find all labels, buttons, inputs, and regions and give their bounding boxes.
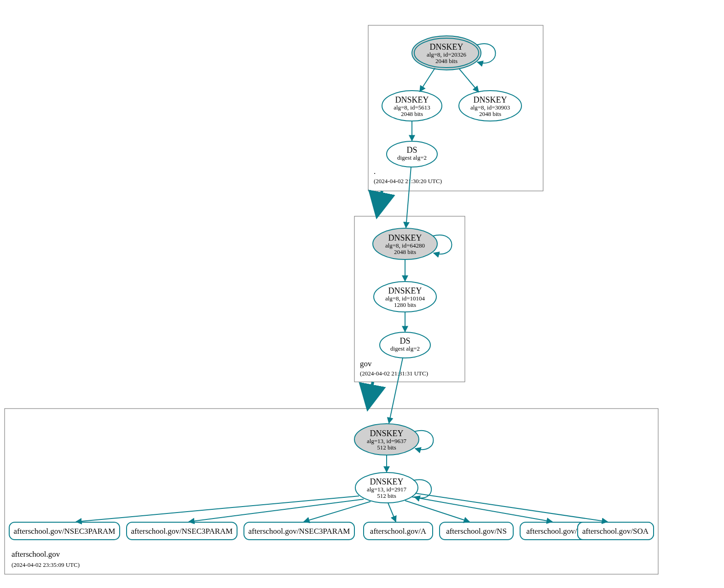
rr-nsec3param-2: afterschool.gov/NSEC3PARAM — [131, 527, 233, 536]
edge-zsk-r4 — [388, 503, 396, 522]
svg-text:DNSKEY: DNSKEY — [473, 95, 507, 104]
edge-zsk-r3 — [304, 502, 371, 522]
svg-text:alg=8, id=10104: alg=8, id=10104 — [385, 295, 425, 302]
zone-gov-time: (2024-04-02 21:31:31 UTC) — [360, 370, 428, 377]
svg-text:alg=8, id=5613: alg=8, id=5613 — [394, 104, 430, 111]
node-afterschool-ksk: DNSKEY alg=13, id=9637 512 bits — [354, 424, 419, 455]
edge-zsk-r7 — [415, 493, 608, 522]
node-afterschool-zsk: DNSKEY alg=13, id=2917 512 bits — [355, 473, 418, 503]
rr-nsec3param-3: afterschool.gov/NSEC3PARAM — [249, 527, 350, 536]
node-root-zsk: DNSKEY alg=8, id=5613 2048 bits — [382, 91, 442, 121]
svg-text:DNSKEY: DNSKEY — [370, 429, 403, 438]
svg-text:alg=13, id=9637: alg=13, id=9637 — [367, 438, 407, 444]
edge-zsk-r5 — [405, 501, 469, 522]
svg-text:afterschool.gov/SOA: afterschool.gov/SOA — [582, 527, 649, 536]
zone-afterschool-label: afterschool.gov — [12, 550, 60, 559]
node-root-ds: DS digest alg=2 — [387, 141, 437, 167]
dnssec-graph: . (2024-04-02 21:30:20 UTC) gov (2024-04… — [0, 0, 724, 588]
svg-text:2048 bits: 2048 bits — [479, 110, 501, 117]
zone-root-time: (2024-04-02 21:30:20 UTC) — [374, 178, 442, 184]
node-root-ksk: DNSKEY alg=8, id=20326 2048 bits — [412, 36, 481, 70]
rr-ns: afterschool.gov/NS — [446, 527, 507, 536]
node-root-extra: DNSKEY alg=8, id=30903 2048 bits — [459, 91, 521, 121]
edge-rootksk-rootzsk — [420, 68, 435, 92]
svg-text:2048 bits: 2048 bits — [401, 110, 423, 117]
svg-text:alg=8, id=20326: alg=8, id=20326 — [427, 51, 467, 58]
svg-text:DNSKEY: DNSKEY — [429, 42, 463, 52]
edge-govds-asksk — [389, 358, 403, 423]
svg-text:alg=8, id=30903: alg=8, id=30903 — [470, 104, 510, 111]
svg-text:alg=8, id=64280: alg=8, id=64280 — [385, 242, 425, 249]
svg-text:DNSKEY: DNSKEY — [395, 95, 429, 104]
edge-zsk-r2 — [189, 499, 364, 522]
edge-rootds-govksk — [406, 167, 411, 228]
node-gov-ksk: DNSKEY alg=8, id=64280 2048 bits — [373, 228, 437, 259]
svg-text:DS: DS — [400, 336, 410, 346]
svg-text:2048 bits: 2048 bits — [394, 248, 416, 255]
svg-text:DNSKEY: DNSKEY — [370, 477, 403, 486]
rrset-boxes: afterschool.gov/NSEC3PARAM afterschool.g… — [9, 522, 654, 540]
zone-gov-label: gov — [360, 359, 372, 368]
zone-afterschool-time: (2024-04-02 23:35:09 UTC) — [12, 561, 80, 568]
svg-text:DNSKEY: DNSKEY — [388, 233, 422, 242]
node-gov-zsk: DNSKEY alg=8, id=10104 1280 bits — [374, 282, 436, 312]
svg-text:digest alg=2: digest alg=2 — [397, 154, 427, 161]
svg-text:DS: DS — [406, 145, 417, 155]
svg-text:512 bits: 512 bits — [377, 444, 396, 451]
svg-text:alg=13, id=2917: alg=13, id=2917 — [367, 486, 407, 493]
edge-rootksk-rootextra — [459, 69, 479, 92]
node-gov-ds: DS digest alg=2 — [380, 332, 430, 358]
svg-text:digest alg=2: digest alg=2 — [390, 345, 420, 352]
edge-root-to-gov-box — [377, 191, 382, 214]
rr-nsec3param-1: afterschool.gov/NSEC3PARAM — [14, 527, 116, 536]
svg-text:1280 bits: 1280 bits — [394, 301, 416, 308]
svg-text:DNSKEY: DNSKEY — [388, 286, 422, 295]
edge-gov-to-afterschool-box — [368, 382, 373, 406]
svg-text:2048 bits: 2048 bits — [435, 58, 458, 64]
zone-root-label: . — [374, 167, 376, 176]
zone-afterschool-box — [5, 409, 658, 574]
svg-text:512 bits: 512 bits — [377, 492, 396, 499]
rr-a: afterschool.gov/A — [370, 527, 427, 536]
